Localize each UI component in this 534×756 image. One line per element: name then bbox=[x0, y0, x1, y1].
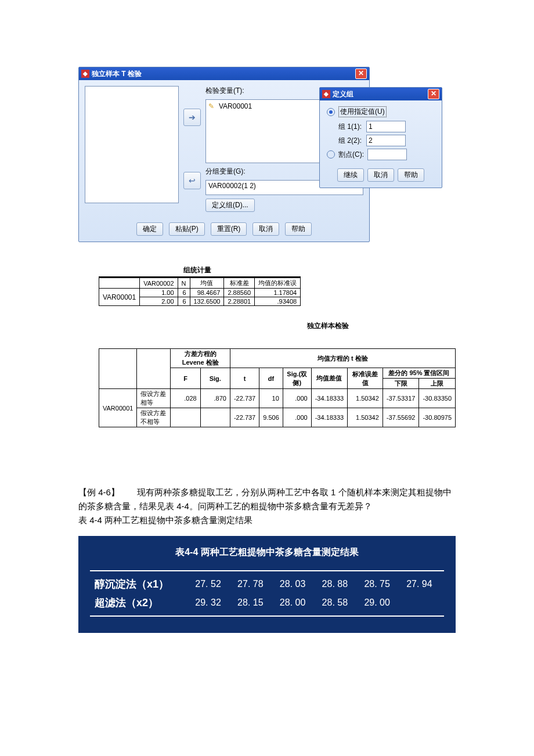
para-line1: 【例 4-6】 现有两种茶多糖提取工艺，分别从两种工艺中各取 1 个随机样本来测… bbox=[78, 485, 456, 513]
group-var-value: VAR00002(1 2) bbox=[208, 182, 256, 190]
row-var: VAR00001 bbox=[99, 389, 137, 427]
close-icon[interactable]: ✕ bbox=[355, 69, 367, 79]
move-to-test-button[interactable]: ➔ bbox=[183, 109, 201, 126]
close-icon[interactable]: ✕ bbox=[428, 89, 439, 99]
example-paragraph: 【例 4-6】 现有两种茶多糖提取工艺，分别从两种工艺中各取 1 个随机样本来测… bbox=[78, 485, 456, 527]
divider bbox=[90, 570, 444, 571]
divider bbox=[90, 615, 444, 617]
paste-button[interactable]: 粘贴(P) bbox=[169, 222, 205, 236]
test-var-item: VAR00001 bbox=[219, 102, 252, 110]
para-line2: 表 4-4 两种工艺粗提物中茶多糖含量测定结果 bbox=[78, 513, 456, 527]
t-header: 均值方程的 t 检验 bbox=[230, 349, 455, 368]
cancel-button[interactable]: 取消 bbox=[252, 222, 279, 236]
group-stats-title: 组统计量 bbox=[99, 265, 296, 275]
table-row: VAR00001 假设方差相等 .028 .870 -22.737 10 .00… bbox=[99, 389, 456, 408]
table-row: 醇沉淀法（x1） 27. 52 27. 78 28. 03 28. 88 28.… bbox=[90, 575, 444, 593]
group2-label: 组 2(2): bbox=[338, 136, 362, 146]
group1-label: 组 1(1): bbox=[338, 122, 362, 132]
blue-result-table: 表4-4 两种工艺粗提物中茶多糖含量测定结果 醇沉淀法（x1） 27. 52 2… bbox=[78, 536, 456, 633]
col-header: 均值的标准误 bbox=[255, 278, 301, 289]
pencil-icon: ✎ bbox=[208, 102, 217, 110]
cutpoint-radio[interactable]: 割点(C): bbox=[327, 149, 435, 160]
dlg1-titlebar[interactable]: ◆ 独立样本 T 检验 ✕ bbox=[79, 67, 369, 80]
define-groups-dialog: ◆ 定义组 ✕ 使用指定值(U) 组 1(1): 组 2(2): 割点(C): bbox=[319, 87, 442, 188]
group-stats-table: VAR00002 N 均值 标准差 均值的标准误 VAR00001 1.00 6… bbox=[99, 276, 301, 306]
move-to-group-button[interactable]: ↩ bbox=[183, 172, 201, 189]
define-groups-button[interactable]: 定义组(D)... bbox=[205, 199, 255, 212]
dlg1-title: 独立样本 T 检验 bbox=[92, 69, 353, 79]
ok-button[interactable]: 确定 bbox=[136, 222, 163, 236]
help-button[interactable]: 帮助 bbox=[285, 222, 312, 236]
dlg2-titlebar[interactable]: ◆ 定义组 ✕ bbox=[320, 88, 442, 100]
radio-on-icon bbox=[327, 108, 335, 116]
continue-button[interactable]: 继续 bbox=[337, 168, 364, 182]
app-icon: ◆ bbox=[322, 90, 330, 98]
col-header: 标准差 bbox=[224, 278, 255, 289]
use-specified-label: 使用指定值(U) bbox=[338, 106, 387, 117]
group-stats-block: 组统计量 VAR00002 N 均值 标准差 均值的标准误 VAR00001 1… bbox=[99, 265, 456, 427]
table-row: 超滤法（x2） 29. 32 28. 15 28. 00 28. 58 29. … bbox=[90, 593, 444, 612]
group2-input[interactable] bbox=[366, 135, 406, 146]
col-header: 均值 bbox=[190, 278, 224, 289]
source-var-list[interactable] bbox=[85, 86, 179, 203]
help-button[interactable]: 帮助 bbox=[398, 168, 424, 182]
cutpoint-input[interactable] bbox=[367, 149, 407, 160]
table-row: VAR00001 1.00 6 98.4667 2.88560 1.17804 bbox=[99, 289, 301, 297]
table-row: 假设方差不相等 -22.737 9.506 .000 -34.18333 1.5… bbox=[99, 408, 456, 427]
ind-test-table: 方差方程的 Levene 检验 均值方程的 t 检验 F Sig. t df S… bbox=[99, 348, 456, 427]
method1-name: 醇沉淀法（x1） bbox=[90, 575, 190, 593]
levene-header: 方差方程的 Levene 检验 bbox=[171, 349, 230, 368]
cutpoint-label: 割点(C): bbox=[338, 150, 364, 160]
reset-button[interactable]: 重置(R) bbox=[211, 222, 247, 236]
ind-test-title: 独立样本检验 bbox=[99, 321, 534, 331]
group1-input[interactable] bbox=[366, 121, 406, 132]
col-header: N bbox=[178, 278, 190, 289]
cancel-button[interactable]: 取消 bbox=[367, 168, 394, 182]
radio-off-icon bbox=[327, 150, 335, 159]
blue-title: 表4-4 两种工艺粗提物中茶多糖含量测定结果 bbox=[90, 546, 444, 559]
col-header: VAR00002 bbox=[140, 278, 178, 289]
row-var: VAR00001 bbox=[99, 289, 140, 306]
dlg2-title: 定义组 bbox=[333, 89, 425, 99]
method2-name: 超滤法（x2） bbox=[90, 593, 190, 612]
app-icon: ◆ bbox=[81, 70, 89, 78]
use-specified-radio[interactable]: 使用指定值(U) bbox=[327, 106, 435, 117]
